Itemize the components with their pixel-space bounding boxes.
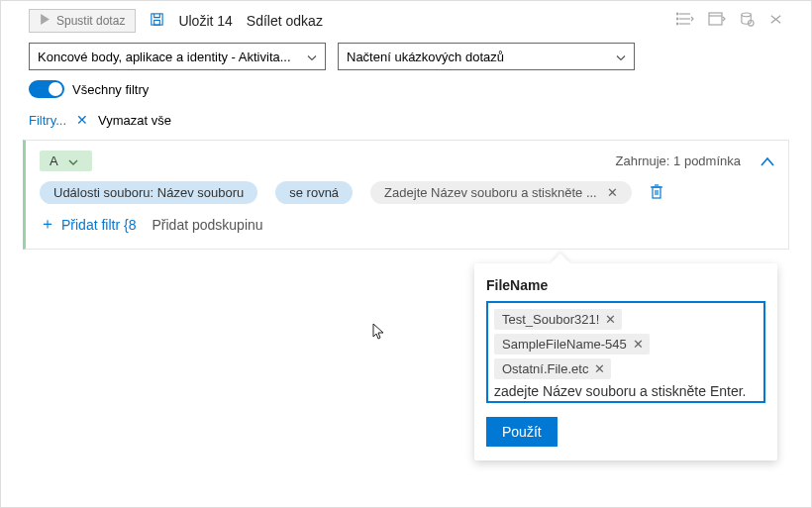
all-filters-label: Všechny filtry bbox=[72, 82, 149, 97]
run-query-button[interactable]: Spustit dotaz bbox=[29, 9, 136, 33]
filter-links: Filtry... ✕ Vymazat vše bbox=[1, 104, 811, 134]
collapse-icon[interactable] bbox=[761, 152, 774, 170]
operator-chip[interactable]: se rovná bbox=[275, 181, 353, 204]
popup-title: FileName bbox=[486, 277, 765, 293]
plus-icon: ＋ bbox=[40, 214, 55, 235]
chevron-down-icon bbox=[616, 50, 626, 64]
svg-point-6 bbox=[676, 13, 678, 15]
value-chip-placeholder: Zadejte Název souboru a stiskněte ... bbox=[384, 185, 597, 200]
share-link-label[interactable]: Sdílet odkaz bbox=[247, 13, 323, 29]
svg-point-8 bbox=[676, 23, 678, 25]
clear-all-link[interactable]: Vymazat vše bbox=[98, 113, 171, 128]
close-icon[interactable]: ✕ bbox=[594, 361, 605, 376]
all-filters-toggle[interactable] bbox=[29, 80, 64, 98]
filter-group-header: A Zahrnuje: 1 podmínka bbox=[40, 151, 774, 171]
svg-rect-13 bbox=[653, 187, 660, 198]
add-filter-button[interactable]: ＋ Přidat filtr {8 bbox=[40, 214, 136, 235]
tag-input-hint: zadejte Název souboru a stiskněte Enter. bbox=[492, 381, 760, 399]
group-mode-label: A bbox=[50, 153, 58, 168]
sample-select-value: Načtení ukázkových dotazů bbox=[347, 50, 504, 64]
run-query-label: Spustit dotaz bbox=[56, 14, 125, 28]
play-icon bbox=[40, 14, 51, 28]
apply-button[interactable]: Použít bbox=[486, 417, 558, 447]
close-icon[interactable]: ✕ bbox=[633, 337, 644, 352]
add-subgroup-button[interactable]: Přidat podskupinu bbox=[152, 217, 262, 233]
svg-rect-1 bbox=[152, 14, 162, 25]
condition-row: Události souboru: Název souboru se rovná… bbox=[40, 181, 774, 204]
tag-input[interactable]: Test_Soubor321! ✕ SampleFileName-545 ✕ O… bbox=[486, 301, 765, 403]
sample-select[interactable]: Načtení ukázkových dotazů bbox=[338, 43, 635, 70]
filters-link[interactable]: Filtry... bbox=[29, 113, 66, 128]
toggle-row: Všechny filtry bbox=[1, 80, 811, 104]
settings-icon[interactable] bbox=[768, 12, 783, 30]
field-chip[interactable]: Události souboru: Název souboru bbox=[40, 181, 257, 204]
filter-group: A Zahrnuje: 1 podmínka Události souboru:… bbox=[23, 140, 789, 250]
svg-marker-0 bbox=[41, 14, 50, 25]
calendar-icon[interactable] bbox=[708, 12, 726, 30]
list-icon[interactable] bbox=[676, 12, 694, 30]
tag-item: Test_Soubor321! ✕ bbox=[494, 309, 622, 330]
filename-popup: FileName Test_Soubor321! ✕ SampleFileNam… bbox=[474, 263, 777, 460]
chevron-down-icon bbox=[68, 153, 78, 168]
svg-point-11 bbox=[742, 13, 751, 17]
toolbar-right bbox=[676, 12, 783, 30]
svg-rect-2 bbox=[154, 20, 160, 25]
add-filter-label: Přidat filtr {8 bbox=[61, 217, 136, 233]
delete-icon[interactable] bbox=[650, 184, 663, 202]
db-icon[interactable] bbox=[740, 12, 755, 30]
save-label[interactable]: Uložit 14 bbox=[178, 13, 232, 29]
value-chip[interactable]: Zadejte Název souboru a stiskněte ... ✕ bbox=[370, 181, 632, 204]
tag-item: SampleFileName-545 ✕ bbox=[494, 334, 650, 355]
group-mode-pill[interactable]: A bbox=[40, 151, 92, 171]
svg-rect-9 bbox=[709, 13, 722, 25]
tag-label: Ostatní.File.etc bbox=[502, 361, 588, 376]
svg-point-7 bbox=[676, 18, 678, 20]
toolbar: Spustit dotaz Uložit 14 Sdílet odkaz bbox=[1, 1, 811, 43]
chevron-down-icon bbox=[307, 50, 317, 64]
scope-select-value: Koncové body, aplikace a identity - Akti… bbox=[38, 50, 291, 64]
scope-select[interactable]: Koncové body, aplikace a identity - Akti… bbox=[29, 43, 326, 70]
tag-label: Test_Soubor321! bbox=[502, 312, 599, 327]
cursor-icon bbox=[372, 323, 386, 345]
close-icon[interactable]: ✕ bbox=[76, 112, 88, 128]
tag-label: SampleFileName-545 bbox=[502, 337, 627, 352]
tag-item: Ostatní.File.etc ✕ bbox=[494, 358, 611, 379]
add-row: ＋ Přidat filtr {8 Přidat podskupinu bbox=[40, 214, 774, 235]
close-icon[interactable]: ✕ bbox=[605, 312, 616, 327]
save-icon[interactable] bbox=[150, 12, 164, 30]
group-summary: Zahrnuje: 1 podmínka bbox=[616, 153, 741, 168]
close-icon[interactable]: ✕ bbox=[607, 185, 618, 200]
selectors-row: Koncové body, aplikace a identity - Akti… bbox=[1, 43, 811, 80]
